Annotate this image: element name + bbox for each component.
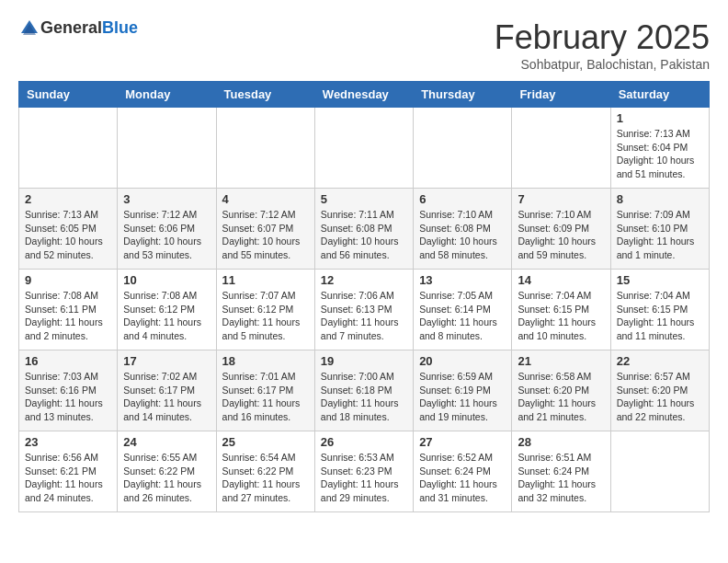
calendar-cell: 11Sunrise: 7:07 AM Sunset: 6:12 PM Dayli… — [216, 270, 314, 350]
day-info: Sunrise: 7:08 AM Sunset: 6:11 PM Dayligh… — [25, 289, 111, 343]
day-number: 6 — [419, 192, 506, 206]
day-number: 3 — [123, 192, 210, 206]
day-info: Sunrise: 7:09 AM Sunset: 6:10 PM Dayligh… — [617, 208, 703, 262]
calendar-cell: 12Sunrise: 7:06 AM Sunset: 6:13 PM Dayli… — [314, 270, 413, 350]
day-info: Sunrise: 7:12 AM Sunset: 6:06 PM Dayligh… — [123, 208, 210, 262]
day-number: 20 — [419, 354, 506, 368]
location-subtitle: Sohbatpur, Balochistan, Pakistan — [495, 57, 710, 72]
weekday-header-tuesday: Tuesday — [216, 82, 314, 108]
weekday-header-wednesday: Wednesday — [314, 82, 413, 108]
day-info: Sunrise: 7:13 AM Sunset: 6:05 PM Dayligh… — [25, 208, 111, 262]
day-info: Sunrise: 6:59 AM Sunset: 6:19 PM Dayligh… — [419, 370, 506, 424]
calendar-cell: 3Sunrise: 7:12 AM Sunset: 6:06 PM Daylig… — [118, 189, 216, 270]
calendar-cell: 13Sunrise: 7:05 AM Sunset: 6:14 PM Dayli… — [414, 270, 512, 350]
calendar-cell: 14Sunrise: 7:04 AM Sunset: 6:15 PM Dayli… — [512, 270, 610, 350]
day-number: 13 — [419, 273, 506, 287]
day-number: 24 — [123, 435, 210, 449]
calendar-cell: 7Sunrise: 7:10 AM Sunset: 6:09 PM Daylig… — [512, 189, 610, 270]
day-info: Sunrise: 7:04 AM Sunset: 6:15 PM Dayligh… — [518, 289, 604, 343]
day-number: 19 — [321, 354, 407, 368]
calendar-cell: 8Sunrise: 7:09 AM Sunset: 6:10 PM Daylig… — [610, 189, 709, 270]
day-info: Sunrise: 6:52 AM Sunset: 6:24 PM Dayligh… — [419, 451, 506, 505]
day-number: 18 — [222, 354, 309, 368]
day-info: Sunrise: 6:57 AM Sunset: 6:20 PM Dayligh… — [617, 370, 703, 424]
day-number: 7 — [518, 192, 604, 206]
day-number: 27 — [419, 435, 506, 449]
calendar-cell: 26Sunrise: 6:53 AM Sunset: 6:23 PM Dayli… — [314, 431, 413, 512]
day-info: Sunrise: 6:55 AM Sunset: 6:22 PM Dayligh… — [123, 451, 210, 505]
day-number: 5 — [321, 192, 407, 206]
weekday-header-row: SundayMondayTuesdayWednesdayThursdayFrid… — [19, 82, 710, 108]
day-info: Sunrise: 7:04 AM Sunset: 6:15 PM Dayligh… — [617, 289, 703, 343]
day-number: 10 — [123, 273, 210, 287]
day-number: 4 — [222, 192, 309, 206]
day-number: 1 — [617, 111, 703, 125]
weekday-header-sunday: Sunday — [19, 82, 118, 108]
title-area: February 2025 Sohbatpur, Balochistan, Pa… — [495, 18, 710, 72]
day-info: Sunrise: 7:11 AM Sunset: 6:08 PM Dayligh… — [321, 208, 407, 262]
calendar-cell — [610, 431, 709, 512]
weekday-header-monday: Monday — [118, 82, 216, 108]
calendar-week-row: 9Sunrise: 7:08 AM Sunset: 6:11 PM Daylig… — [19, 270, 710, 350]
calendar-cell: 1Sunrise: 7:13 AM Sunset: 6:04 PM Daylig… — [610, 108, 709, 189]
calendar-cell: 27Sunrise: 6:52 AM Sunset: 6:24 PM Dayli… — [414, 431, 512, 512]
weekday-header-friday: Friday — [512, 82, 610, 108]
calendar-cell — [512, 108, 610, 189]
calendar-cell: 9Sunrise: 7:08 AM Sunset: 6:11 PM Daylig… — [19, 270, 118, 350]
day-info: Sunrise: 7:13 AM Sunset: 6:04 PM Dayligh… — [617, 127, 703, 181]
calendar-cell: 24Sunrise: 6:55 AM Sunset: 6:22 PM Dayli… — [118, 431, 216, 512]
day-number: 26 — [321, 435, 407, 449]
calendar-cell: 23Sunrise: 6:56 AM Sunset: 6:21 PM Dayli… — [19, 431, 118, 512]
day-number: 22 — [617, 354, 703, 368]
day-number: 21 — [518, 354, 604, 368]
calendar-cell: 28Sunrise: 6:51 AM Sunset: 6:24 PM Dayli… — [512, 431, 610, 512]
calendar-week-row: 23Sunrise: 6:56 AM Sunset: 6:21 PM Dayli… — [19, 431, 710, 512]
weekday-header-saturday: Saturday — [610, 82, 709, 108]
calendar-cell: 6Sunrise: 7:10 AM Sunset: 6:08 PM Daylig… — [414, 189, 512, 270]
day-number: 25 — [222, 435, 309, 449]
day-info: Sunrise: 7:10 AM Sunset: 6:09 PM Dayligh… — [518, 208, 604, 262]
calendar-cell — [118, 108, 216, 189]
day-number: 12 — [321, 273, 407, 287]
logo: GeneralBlue — [18, 18, 138, 38]
day-info: Sunrise: 7:02 AM Sunset: 6:17 PM Dayligh… — [123, 370, 210, 424]
day-number: 17 — [123, 354, 210, 368]
day-info: Sunrise: 7:08 AM Sunset: 6:12 PM Dayligh… — [123, 289, 210, 343]
day-info: Sunrise: 6:56 AM Sunset: 6:21 PM Dayligh… — [25, 451, 111, 505]
day-number: 8 — [617, 192, 703, 206]
calendar-cell — [19, 108, 118, 189]
weekday-header-thursday: Thursday — [414, 82, 512, 108]
day-info: Sunrise: 6:51 AM Sunset: 6:24 PM Dayligh… — [518, 451, 604, 505]
calendar-week-row: 16Sunrise: 7:03 AM Sunset: 6:16 PM Dayli… — [19, 350, 710, 431]
calendar-cell: 4Sunrise: 7:12 AM Sunset: 6:07 PM Daylig… — [216, 189, 314, 270]
calendar-cell: 16Sunrise: 7:03 AM Sunset: 6:16 PM Dayli… — [19, 350, 118, 431]
day-info: Sunrise: 6:53 AM Sunset: 6:23 PM Dayligh… — [321, 451, 407, 505]
day-number: 14 — [518, 273, 604, 287]
day-info: Sunrise: 7:10 AM Sunset: 6:08 PM Dayligh… — [419, 208, 506, 262]
day-number: 15 — [617, 273, 703, 287]
day-info: Sunrise: 7:05 AM Sunset: 6:14 PM Dayligh… — [419, 289, 506, 343]
page-header: GeneralBlue February 2025 Sohbatpur, Bal… — [18, 18, 710, 72]
calendar-cell: 19Sunrise: 7:00 AM Sunset: 6:18 PM Dayli… — [314, 350, 413, 431]
calendar-cell: 17Sunrise: 7:02 AM Sunset: 6:17 PM Dayli… — [118, 350, 216, 431]
day-info: Sunrise: 7:12 AM Sunset: 6:07 PM Dayligh… — [222, 208, 309, 262]
logo-text-general: General — [40, 18, 102, 37]
day-info: Sunrise: 6:58 AM Sunset: 6:20 PM Dayligh… — [518, 370, 604, 424]
calendar-cell — [414, 108, 512, 189]
day-number: 23 — [25, 435, 111, 449]
calendar-cell: 10Sunrise: 7:08 AM Sunset: 6:12 PM Dayli… — [118, 270, 216, 350]
day-info: Sunrise: 7:00 AM Sunset: 6:18 PM Dayligh… — [321, 370, 407, 424]
day-info: Sunrise: 7:07 AM Sunset: 6:12 PM Dayligh… — [222, 289, 309, 343]
calendar-cell: 2Sunrise: 7:13 AM Sunset: 6:05 PM Daylig… — [19, 189, 118, 270]
calendar-week-row: 1Sunrise: 7:13 AM Sunset: 6:04 PM Daylig… — [19, 108, 710, 189]
calendar-week-row: 2Sunrise: 7:13 AM Sunset: 6:05 PM Daylig… — [19, 189, 710, 270]
calendar-cell: 25Sunrise: 6:54 AM Sunset: 6:22 PM Dayli… — [216, 431, 314, 512]
calendar-cell: 21Sunrise: 6:58 AM Sunset: 6:20 PM Dayli… — [512, 350, 610, 431]
day-number: 2 — [25, 192, 111, 206]
calendar-cell: 5Sunrise: 7:11 AM Sunset: 6:08 PM Daylig… — [314, 189, 413, 270]
day-info: Sunrise: 7:01 AM Sunset: 6:17 PM Dayligh… — [222, 370, 309, 424]
calendar-cell — [314, 108, 413, 189]
calendar-cell: 18Sunrise: 7:01 AM Sunset: 6:17 PM Dayli… — [216, 350, 314, 431]
day-info: Sunrise: 7:03 AM Sunset: 6:16 PM Dayligh… — [25, 370, 111, 424]
calendar-cell: 22Sunrise: 6:57 AM Sunset: 6:20 PM Dayli… — [610, 350, 709, 431]
